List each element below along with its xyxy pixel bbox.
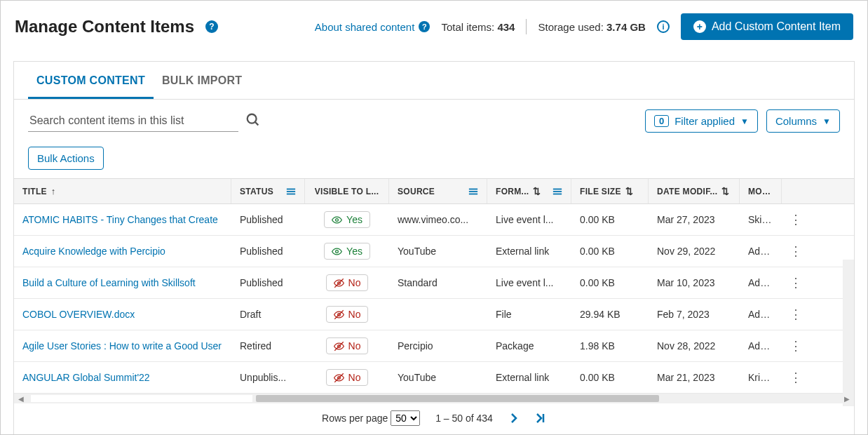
table-row: Acquire Knowledge with PercipioPublished… [14, 236, 854, 267]
modified-cell: SkillSof [740, 207, 782, 232]
table-row: ANGULAR Global Summit'22Unpublis...NoYou… [14, 362, 854, 394]
about-shared-content-link[interactable]: About shared content ? [315, 21, 430, 33]
row-menu-button[interactable]: ⋮ [789, 276, 802, 289]
search-input[interactable] [28, 110, 238, 132]
status-cell: Published [231, 207, 305, 232]
column-header-modified[interactable]: MODIFI [740, 179, 782, 203]
content-title-link[interactable]: Acquire Knowledge with Percipio [22, 246, 165, 257]
content-title-link[interactable]: ATOMIC HABITS - Tiny Changes that Create [22, 214, 218, 225]
table-header: TITLE ↑ STATUS VISIBLE TO L... SOURCE FO… [14, 179, 854, 204]
column-header-visible[interactable]: VISIBLE TO L... [305, 179, 389, 203]
header-divider [526, 19, 527, 34]
svg-rect-10 [553, 193, 562, 194]
modified-cell: Admin S [740, 270, 782, 295]
last-page-button[interactable] [535, 413, 546, 424]
eye-off-icon [334, 373, 344, 383]
source-cell: Percipio [389, 333, 487, 359]
svg-rect-3 [287, 191, 295, 192]
source-cell: YouTube [389, 239, 487, 264]
svg-rect-5 [469, 188, 477, 189]
storage-used-label: Storage used: [538, 21, 603, 33]
svg-line-1 [255, 122, 259, 126]
visible-pill: No [326, 274, 369, 291]
filesize-cell: 29.94 KB [571, 302, 649, 327]
format-cell: Live event l... [487, 207, 571, 232]
row-menu-button[interactable]: ⋮ [789, 213, 802, 226]
sort-asc-icon: ↑ [51, 186, 56, 196]
tab-custom-content[interactable]: CUSTOM CONTENT [28, 62, 154, 99]
column-format-label: FORM... [496, 187, 529, 196]
filter-applied-button[interactable]: 0 Filter applied ▼ [645, 109, 758, 133]
column-header-menu [782, 179, 810, 203]
page-range: 1 – 50 of 434 [435, 413, 493, 424]
modified-cell: Kristen [740, 365, 782, 390]
source-cell: Standard [389, 270, 487, 295]
filter-icon[interactable] [552, 187, 562, 196]
content-title-link[interactable]: Build a Culture of Learning with Skillso… [22, 277, 196, 288]
search-icon[interactable] [245, 112, 261, 130]
content-title-link[interactable]: ANGULAR Global Summit'22 [22, 372, 150, 383]
column-modified-label: MODIFI [748, 187, 773, 196]
format-cell: File [487, 302, 571, 327]
scroll-thumb[interactable] [256, 395, 659, 402]
visible-pill: No [326, 306, 369, 323]
modified-cell: Admin S [740, 239, 782, 264]
svg-point-0 [247, 114, 257, 123]
status-cell: Unpublis... [231, 365, 305, 390]
filesize-cell: 0.00 KB [571, 365, 649, 390]
format-cell: Live event l... [487, 270, 571, 295]
column-header-status[interactable]: STATUS [231, 179, 305, 203]
horizontal-scrollbar[interactable]: ◀ ▶ [14, 394, 854, 403]
status-cell: Draft [231, 302, 305, 327]
add-button-label: Add Custom Content Item [712, 20, 841, 33]
sort-icon: ⇅ [721, 186, 729, 196]
row-menu-button[interactable]: ⋮ [789, 245, 802, 257]
total-items-value: 434 [497, 21, 515, 33]
storage-used-stat: Storage used: 3.74 GB [538, 21, 645, 33]
storage-info-icon[interactable]: i [657, 20, 670, 33]
filter-icon[interactable] [468, 187, 478, 196]
filter-icon[interactable] [286, 187, 296, 196]
column-date-label: DATE MODIF... [657, 187, 717, 196]
filter-label: Filter applied [674, 115, 735, 127]
paginator: Rows per page 50 1 – 50 of 434 [14, 403, 854, 435]
status-cell: Published [231, 270, 305, 295]
column-header-source[interactable]: SOURCE [389, 179, 487, 203]
tab-bulk-import[interactable]: BULK IMPORT [154, 62, 250, 99]
svg-rect-7 [469, 193, 477, 194]
row-menu-button[interactable]: ⋮ [789, 340, 802, 352]
row-menu-button[interactable]: ⋮ [789, 308, 802, 321]
modified-cell: Admin S [740, 333, 782, 359]
content-title-link[interactable]: COBOL OVERVIEW.docx [22, 309, 135, 320]
scroll-right-icon[interactable]: ▶ [840, 395, 854, 403]
help-icon[interactable]: ? [205, 20, 218, 33]
column-header-format[interactable]: FORM... ⇅ [487, 179, 571, 203]
date-cell: Mar 21, 2023 [649, 365, 740, 390]
eye-off-icon [334, 278, 344, 288]
vertical-scrollbar[interactable] [843, 260, 854, 406]
column-title-label: TITLE [22, 187, 47, 196]
storage-used-value: 3.74 GB [606, 21, 646, 33]
eye-icon [332, 246, 342, 257]
column-header-title[interactable]: TITLE ↑ [14, 179, 231, 203]
about-shared-content-label: About shared content [315, 21, 415, 33]
rows-per-page-select[interactable]: 50 [391, 410, 420, 426]
status-cell: Retired [231, 333, 305, 359]
table-row: Build a Culture of Learning with Skillso… [14, 267, 854, 299]
table-row: ATOMIC HABITS - Tiny Changes that Create… [14, 204, 854, 236]
filesize-cell: 0.00 KB [571, 207, 649, 232]
about-help-icon[interactable]: ? [419, 21, 430, 32]
column-header-date[interactable]: DATE MODIF... ⇅ [649, 179, 740, 203]
content-title-link[interactable]: Agile User Stories : How to write a Good… [22, 340, 222, 352]
date-cell: Feb 7, 2023 [649, 302, 740, 327]
scroll-left-icon[interactable]: ◀ [14, 395, 28, 403]
date-cell: Nov 28, 2022 [649, 333, 740, 359]
add-custom-content-button[interactable]: + Add Custom Content Item [681, 13, 853, 40]
table-row: COBOL OVERVIEW.docxDraftNoFile29.94 KBFe… [14, 299, 854, 330]
row-menu-button[interactable]: ⋮ [789, 371, 802, 384]
next-page-button[interactable] [508, 413, 520, 424]
bulk-actions-button[interactable]: Bulk Actions [28, 147, 104, 170]
columns-button[interactable]: Columns ▼ [766, 109, 840, 133]
rows-per-page-label: Rows per page [322, 413, 388, 424]
column-header-filesize[interactable]: FILE SIZE ⇅ [571, 179, 649, 203]
